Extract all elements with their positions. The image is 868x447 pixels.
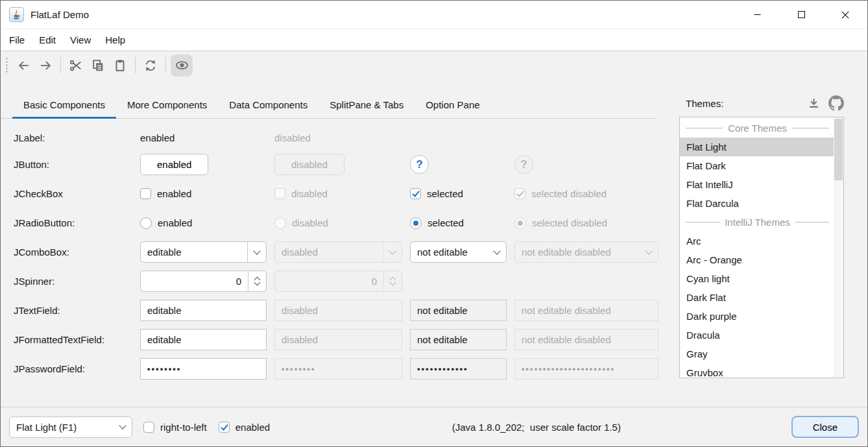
combobox-editable[interactable]: editable	[140, 241, 267, 263]
theme-item-dark-purple[interactable]: Dark purple	[680, 307, 834, 326]
theme-item-arc[interactable]: Arc	[680, 232, 834, 250]
toolbar-separator	[135, 57, 136, 73]
cut-button[interactable]	[66, 55, 86, 76]
help-button[interactable]: ?	[410, 155, 429, 174]
toolbar-grip[interactable]	[6, 57, 8, 74]
formattedtextfield-not-editable: not editable	[410, 329, 507, 350]
tab-basic-components[interactable]: Basic Components	[12, 91, 116, 118]
jtextfield-label: JTextField:	[14, 305, 132, 316]
textfield-not-editable: not editable	[410, 300, 507, 321]
theme-item-flat-intellij[interactable]: Flat IntelliJ	[680, 175, 834, 194]
theme-item-gray[interactable]: Gray	[680, 344, 834, 363]
close-button[interactable]: Close	[791, 416, 859, 438]
tab-data-components[interactable]: Data Components	[218, 91, 319, 118]
menubar: File Edit View Help	[1, 29, 867, 51]
close-window-button[interactable]	[823, 1, 867, 29]
chevron-down-icon	[493, 247, 500, 254]
textfield-not-editable-disabled: not editable disabled	[514, 300, 658, 321]
jbutton-enabled[interactable]: enabled	[140, 154, 208, 175]
theme-item-dark-flat[interactable]: Dark Flat	[680, 288, 834, 307]
tab-splitpane-tabs[interactable]: SplitPane & Tabs	[319, 91, 415, 118]
theme-item-arc-orange[interactable]: Arc - Orange	[680, 250, 834, 269]
titlebar: FlatLaf Demo	[1, 1, 867, 29]
radio-enabled[interactable]	[140, 217, 152, 229]
components-pane: Basic Components More Components Data Co…	[1, 79, 657, 407]
copy-button[interactable]	[88, 55, 108, 76]
jspinner-label: JSpinner:	[14, 276, 132, 287]
jtextfield-row: JTextField: editable disabled not editab…	[14, 296, 657, 325]
theme-item-gruvbox[interactable]: Gruvbox	[680, 363, 834, 378]
jformattedtextfield-label: JFormattedTextField:	[14, 334, 132, 345]
themes-panel: Themes: Core Themes Flat Light Flat Dark…	[657, 79, 867, 407]
themes-group-separator: IntelliJ Themes	[680, 213, 834, 232]
jpasswordfield-row: JPasswordField: •••••••• •••••••• ••••••…	[14, 354, 657, 383]
chevron-down-icon	[645, 247, 652, 254]
themes-list: Core Themes Flat Light Flat Dark Flat In…	[679, 117, 844, 378]
themes-label: Themes:	[686, 98, 723, 109]
copy-icon	[91, 58, 105, 73]
look-and-feel-combobox[interactable]: Flat Light (F1)	[9, 417, 132, 438]
theme-item-cyan-light[interactable]: Cyan light	[680, 269, 834, 288]
refresh-button[interactable]	[140, 55, 161, 76]
combobox-not-editable[interactable]: not editable	[410, 241, 507, 263]
spinner-arrows[interactable]	[248, 278, 266, 285]
paste-button[interactable]	[110, 55, 130, 76]
themes-scrollbar-thumb[interactable]	[834, 119, 843, 180]
menu-file[interactable]: File	[2, 31, 32, 49]
jformattedtextfield-row: JFormattedTextField: editable disabled n…	[14, 325, 657, 354]
menu-view[interactable]: View	[63, 31, 98, 49]
toolbar-separator	[165, 57, 166, 73]
radio-selected-disabled	[514, 217, 526, 229]
radio-disabled	[274, 217, 286, 229]
minimize-icon	[754, 11, 761, 18]
menu-help[interactable]: Help	[98, 31, 132, 49]
back-button[interactable]	[13, 55, 34, 76]
checkbox-disabled	[274, 188, 285, 199]
right-to-left-checkbox[interactable]	[143, 422, 154, 433]
theme-item-flat-dark[interactable]: Flat Dark	[680, 156, 834, 175]
textfield-editable[interactable]: editable	[140, 300, 267, 321]
themes-header: Themes:	[679, 96, 844, 110]
tab-more-components[interactable]: More Components	[116, 91, 218, 118]
theme-item-flat-darcula[interactable]: Flat Darcula	[680, 194, 834, 213]
passwordfield-not-editable-disabled: ••••••••••••••••••••••	[514, 358, 658, 380]
jbutton-label: JButton:	[14, 159, 132, 170]
show-hidden-toggle-button[interactable]	[171, 54, 193, 77]
checkbox-enabled[interactable]	[140, 188, 151, 199]
radio-selected[interactable]	[410, 217, 422, 229]
jpasswordfield-label: JPasswordField:	[14, 363, 132, 374]
themes-group-separator: Core Themes	[680, 119, 834, 138]
minimize-button[interactable]	[735, 1, 779, 29]
jradiobutton-row: JRadioButton: enabled disabled selected …	[14, 208, 657, 237]
formattedtextfield-disabled: disabled	[274, 329, 402, 350]
main-area: Basic Components More Components Data Co…	[1, 79, 867, 407]
help-button-disabled: ?	[514, 155, 533, 174]
enabled-checkbox[interactable]	[219, 422, 230, 433]
combobox-not-editable-disabled: not editable disabled	[514, 241, 658, 263]
passwordfield-disabled: ••••••••	[274, 358, 402, 380]
tab-option-pane[interactable]: Option Pane	[415, 91, 490, 118]
spinner-disabled: 0	[274, 271, 402, 292]
toolbar-separator	[60, 57, 61, 73]
spinner-enabled[interactable]: 0	[140, 271, 267, 292]
forward-button[interactable]	[35, 55, 56, 76]
themes-scrollbar[interactable]	[834, 117, 843, 378]
eye-icon	[175, 58, 189, 73]
jradiobutton-label: JRadioButton:	[14, 217, 132, 228]
formattedtextfield-editable[interactable]: editable	[140, 329, 267, 350]
theme-item-dracula[interactable]: Dracula	[680, 326, 834, 344]
status-text: (Java 1.8.0_202; user scale factor 1.5)	[282, 422, 791, 433]
cut-icon	[69, 58, 83, 73]
arrow-left-icon	[16, 58, 31, 73]
jcombobox-label: JComboBox:	[14, 247, 132, 258]
jcombobox-row: JComboBox: editable disabled not editabl…	[14, 237, 657, 267]
passwordfield-editable[interactable]: ••••••••	[140, 358, 267, 380]
jlabel-enabled: enabled	[140, 132, 175, 143]
github-icon[interactable]	[828, 95, 844, 111]
checkbox-selected[interactable]	[410, 188, 421, 199]
download-icon[interactable]	[807, 97, 821, 110]
maximize-button[interactable]	[779, 1, 823, 29]
theme-item-flat-light[interactable]: Flat Light	[680, 138, 834, 156]
jlabel-disabled: disabled	[274, 132, 311, 143]
menu-edit[interactable]: Edit	[32, 31, 63, 49]
